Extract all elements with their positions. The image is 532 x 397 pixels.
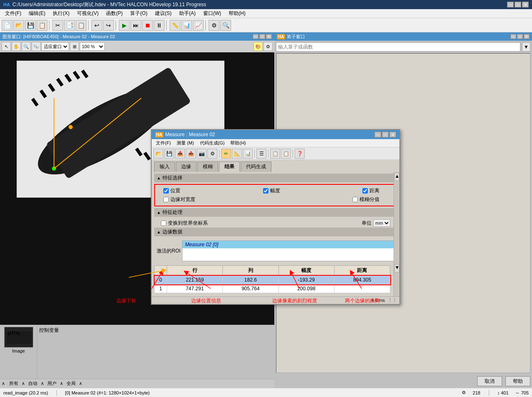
toolbar-run[interactable]: ▶	[119, 20, 130, 31]
feature-process-header[interactable]: ▲ 特征处理	[154, 208, 397, 217]
toolbar-redo[interactable]: ↪	[103, 20, 114, 31]
cb-width[interactable]: 幅度	[263, 187, 280, 194]
edge-data-header[interactable]: ▲ 边缘数据	[154, 228, 397, 236]
unit-select[interactable]: mm	[373, 219, 390, 227]
toolbar-saveas[interactable]: 📋	[37, 20, 47, 31]
img-win-maximize[interactable]: □	[259, 34, 265, 39]
dialog-minimize[interactable]: ─	[374, 132, 381, 137]
iv-fit[interactable]: ⊞	[70, 42, 79, 51]
cb-fuzzy-value-input[interactable]	[352, 197, 358, 202]
toolbar-paste[interactable]: 📋	[76, 20, 86, 31]
cb-distance[interactable]: 距离	[362, 187, 379, 194]
iv-zoom-in[interactable]: 🔍	[22, 42, 31, 51]
toolbar-step[interactable]: ⏭	[131, 20, 141, 31]
op-win-minimize[interactable]: ─	[510, 34, 516, 39]
iv-color[interactable]: 🎨	[254, 42, 263, 51]
feature-select-header[interactable]: ▲ 特征选择	[154, 174, 397, 182]
toolbar-undo[interactable]: ↩	[91, 20, 102, 31]
iv-zoom-out[interactable]: 🔍-	[32, 42, 41, 51]
d-open[interactable]: 📂	[153, 149, 163, 159]
close-btn[interactable]: ✕	[522, 2, 529, 7]
iv-zoom-select[interactable]: 100 %	[80, 42, 105, 51]
d-paste2[interactable]: 📋	[281, 149, 291, 159]
d-settings[interactable]: ⚙	[207, 149, 217, 159]
toolbar-copy[interactable]: 📑	[64, 20, 75, 31]
cb-transform[interactable]: 变换到世界坐标系	[161, 220, 208, 227]
toolbar-settings[interactable]: ⚙	[209, 20, 219, 31]
toolbar-open[interactable]: 📂	[13, 20, 24, 31]
iv-settings2[interactable]: ⚙	[264, 42, 273, 51]
tab-result[interactable]: 结果	[219, 162, 240, 172]
dialog-maximize[interactable]: □	[382, 132, 389, 137]
minimize-btn[interactable]: ─	[507, 2, 514, 7]
dialog-menu-file[interactable]: 文件(F)	[153, 140, 173, 147]
d-import[interactable]: 📥	[175, 149, 185, 159]
toolbar-new[interactable]: 📄	[2, 20, 12, 31]
tab-input[interactable]: 输入	[154, 162, 175, 172]
toolbar-save[interactable]: 💾	[25, 20, 36, 31]
menu-functions[interactable]: 函数(P)	[103, 9, 126, 18]
operator-dropdown[interactable]: ▼	[522, 42, 530, 51]
roi-value[interactable]: Measure 02 [0]	[182, 241, 394, 248]
cb-distance-input[interactable]	[362, 188, 368, 194]
d-camera[interactable]: 📷	[197, 149, 207, 159]
table-row-0[interactable]: 0 221.159 182.6 -193.29 894.305	[155, 276, 390, 284]
tab-auto[interactable]: 自动	[26, 380, 40, 387]
toolbar-stop[interactable]: ⏹	[142, 20, 153, 31]
d-measure[interactable]: 📐	[232, 149, 242, 159]
dialog-menu-measure[interactable]: 测量 (M)	[174, 140, 197, 147]
dialog-menu-help[interactable]: 帮助(H)	[228, 140, 248, 147]
cb-position[interactable]: 位置	[163, 187, 180, 194]
cb-edge-contrast-input[interactable]	[163, 197, 169, 202]
toolbar-cut[interactable]: ✂	[52, 20, 63, 31]
toolbar-pause[interactable]: ⏸	[154, 20, 165, 31]
dialog-close[interactable]: ✕	[389, 132, 396, 137]
tab-global[interactable]: 全局	[64, 380, 78, 387]
d-table[interactable]: ☰	[256, 149, 266, 159]
toolbar-measure[interactable]: 📏	[170, 20, 180, 31]
thumbnail-image[interactable]	[4, 327, 33, 348]
tab-user[interactable]: 用户	[45, 380, 59, 387]
help-button[interactable]: 帮助	[505, 376, 530, 386]
operator-input[interactable]	[276, 42, 520, 51]
toolbar-chart2[interactable]: 📈	[193, 20, 204, 31]
dialog-menu-codegen[interactable]: 代码生成(G)	[197, 140, 227, 147]
table-row-1[interactable]: 1 747.291 905.764 200.098	[155, 284, 390, 293]
tab-all[interactable]: 所有	[7, 380, 21, 387]
tab-edge[interactable]: 边缘	[176, 162, 197, 172]
toolbar-zoom[interactable]: 🔍	[220, 20, 231, 31]
d-chart[interactable]: 📊	[243, 149, 253, 159]
img-win-close[interactable]: ✕	[266, 34, 272, 39]
cb-fuzzy-value[interactable]: 模糊分值	[352, 196, 379, 203]
cb-edge-contrast[interactable]: 边缘对宽度	[163, 196, 195, 203]
menu-file[interactable]: 文件(F)	[2, 9, 25, 18]
cb-position-input[interactable]	[163, 188, 169, 194]
menu-execute[interactable]: 执行(X)	[49, 9, 73, 18]
d-run[interactable]: ✏	[221, 149, 231, 159]
cancel-button[interactable]: 取消	[477, 376, 502, 386]
toolbar-chart[interactable]: 📊	[181, 20, 192, 31]
cb-width-input[interactable]	[263, 188, 268, 194]
menu-window[interactable]: 窗口(W)	[200, 9, 224, 18]
menu-visualize[interactable]: 可视化(V)	[74, 9, 102, 18]
iv-pointer[interactable]: ↖	[2, 42, 11, 51]
d-help2[interactable]: ❓	[295, 149, 305, 159]
menu-operators[interactable]: 算子(O)	[127, 9, 150, 18]
timing-resize[interactable]: ⋮⋮	[388, 298, 397, 303]
img-win-minimize[interactable]: ─	[253, 34, 259, 39]
op-win-close[interactable]: ✕	[524, 34, 530, 39]
tab-fuzzy[interactable]: 模糊	[197, 162, 218, 172]
menu-assistant[interactable]: 助手(A)	[176, 9, 199, 18]
tab-codegen[interactable]: 代码生成	[241, 162, 271, 172]
scroll-down[interactable]: ▼	[394, 264, 399, 272]
d-export[interactable]: 📤	[186, 149, 196, 159]
menu-edit[interactable]: 编辑(E)	[25, 9, 49, 18]
maximize-btn[interactable]: □	[515, 2, 521, 7]
op-win-maximize[interactable]: □	[517, 34, 523, 39]
scroll-up[interactable]: ▲	[394, 173, 399, 181]
d-copy2[interactable]: 📋	[270, 149, 280, 159]
menu-suggestions[interactable]: 建议(S)	[152, 9, 175, 18]
cb-transform-input[interactable]	[161, 221, 166, 226]
iv-fit-select[interactable]: 适应窗口	[42, 42, 69, 51]
menu-help[interactable]: 帮助(H)	[225, 9, 249, 18]
